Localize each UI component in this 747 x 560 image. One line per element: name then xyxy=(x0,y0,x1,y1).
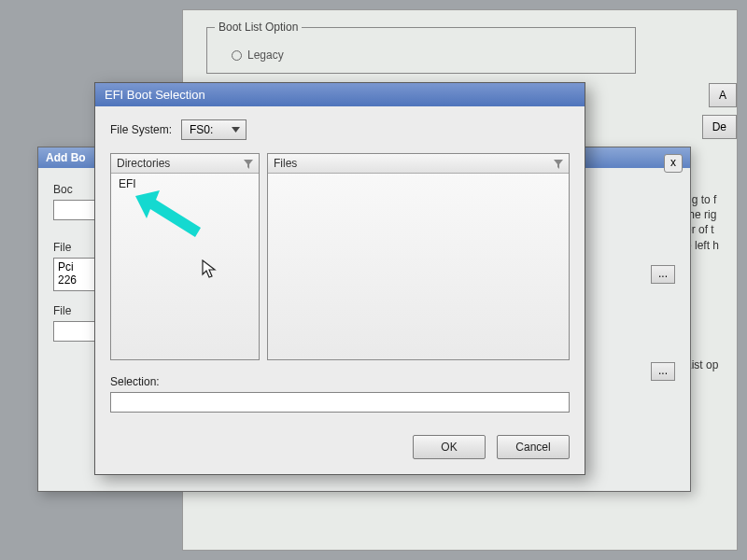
bg-button-de[interactable]: De xyxy=(702,115,737,139)
group-title: Boot List Option xyxy=(215,21,302,34)
boot-list-option-group: Boot List Option Legacy xyxy=(206,27,636,74)
files-header-label: Files xyxy=(274,157,297,170)
filter-icon xyxy=(554,159,563,168)
radio-icon xyxy=(232,50,242,61)
file-system-dropdown[interactable]: FS0: xyxy=(181,119,247,140)
directories-pane: Directories EFI xyxy=(110,153,260,360)
files-list xyxy=(268,174,569,177)
legacy-radio[interactable]: Legacy xyxy=(232,49,624,62)
file-system-label: File System: xyxy=(110,123,172,136)
directory-item-efi[interactable]: EFI xyxy=(115,175,255,192)
files-header[interactable]: Files xyxy=(268,154,569,174)
directories-header[interactable]: Directories xyxy=(111,154,259,174)
efi-titlebar: EFI Boot Selection xyxy=(95,83,585,106)
selection-label: Selection: xyxy=(110,375,570,388)
files-pane: Files xyxy=(267,153,570,360)
directories-header-label: Directories xyxy=(117,157,170,170)
bg-help-text-1: ng to f the rig er of t e left h xyxy=(685,192,737,253)
add-boot-close-button[interactable]: x xyxy=(664,154,683,173)
browse-button-1[interactable]: ... xyxy=(651,265,675,284)
ok-button[interactable]: OK xyxy=(413,435,486,459)
cancel-button[interactable]: Cancel xyxy=(497,435,570,459)
selection-input[interactable] xyxy=(110,392,570,413)
efi-boot-selection-dialog: EFI Boot Selection File System: FS0: Dir… xyxy=(94,82,585,475)
browse-button-2[interactable]: ... xyxy=(651,362,675,381)
radio-label: Legacy xyxy=(247,49,284,62)
filter-icon xyxy=(244,159,253,168)
directories-list: EFI xyxy=(111,174,259,194)
file-system-value: FS0: xyxy=(190,123,213,136)
bg-help-text-2: List op g xyxy=(685,357,737,387)
bg-button-a[interactable]: A xyxy=(709,83,737,107)
chevron-down-icon xyxy=(229,123,242,136)
